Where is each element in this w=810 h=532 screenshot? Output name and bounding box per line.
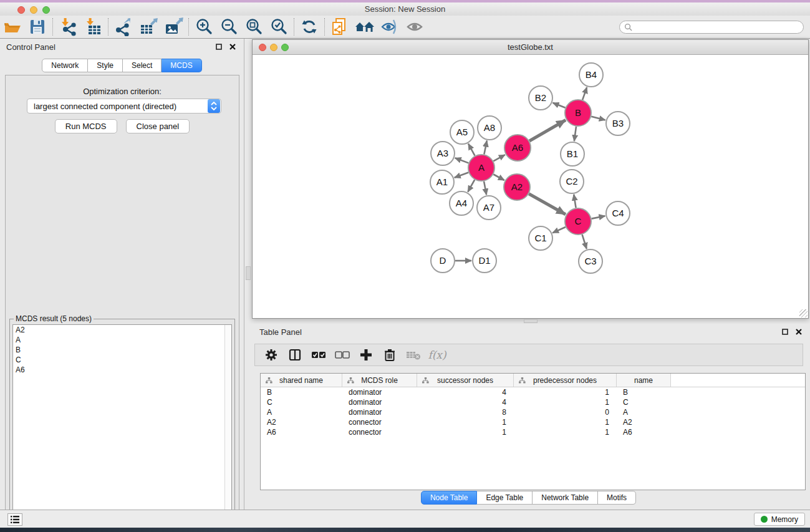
graph-node-A5[interactable]: A5 — [450, 120, 474, 144]
graph-node-A3[interactable]: A3 — [431, 142, 455, 165]
graph-node-A6[interactable]: A6 — [504, 135, 531, 161]
zoom-window-button[interactable] — [281, 44, 289, 51]
edge-B-B4[interactable] — [582, 87, 587, 100]
tab-edge-table[interactable]: Edge Table — [477, 491, 533, 505]
table-cell[interactable]: 0 — [514, 407, 617, 417]
column-header-predecessor-nodes[interactable]: predecessor nodes — [514, 374, 617, 387]
graph-node-B3[interactable]: B3 — [606, 112, 630, 135]
horizontal-splitter-handle[interactable] — [524, 319, 538, 323]
table-row[interactable]: Bdominator41B — [261, 387, 805, 397]
close-panel-button[interactable]: Close panel — [126, 119, 190, 133]
zoom-selected-button[interactable] — [266, 17, 291, 37]
graph-node-C[interactable]: C — [565, 208, 591, 235]
table-cell[interactable]: 4 — [417, 387, 514, 397]
edge-A2-C[interactable] — [529, 194, 566, 215]
select-all-button[interactable] — [309, 346, 329, 364]
table-cell[interactable]: A6 — [617, 427, 671, 437]
table-cell[interactable]: A2 — [617, 417, 671, 427]
graph-node-B1[interactable]: B1 — [561, 142, 584, 166]
table-cell[interactable]: 1 — [514, 397, 617, 407]
export-table-button[interactable] — [136, 17, 161, 37]
column-header-name[interactable]: name — [617, 374, 671, 387]
delete-column-button[interactable] — [380, 346, 400, 364]
memory-button[interactable]: Memory — [754, 513, 805, 526]
table-cell[interactable]: B — [617, 387, 671, 397]
table-cell[interactable]: dominator — [342, 407, 417, 417]
graph-node-D[interactable]: D — [431, 249, 455, 273]
table-cell[interactable] — [671, 427, 805, 437]
table-cell[interactable]: 4 — [417, 397, 514, 407]
edge-C-C3[interactable] — [582, 235, 587, 249]
new-network-from-selection-button[interactable] — [327, 17, 352, 37]
search-field[interactable] — [619, 21, 804, 34]
table-cell[interactable]: A — [617, 407, 671, 417]
mcds-result-item[interactable]: B — [13, 345, 231, 355]
hide-selected-button[interactable] — [377, 17, 402, 37]
table-cell[interactable]: 1 — [514, 387, 617, 397]
graph-node-B4[interactable]: B4 — [579, 63, 603, 87]
table-row[interactable]: Adominator80A — [261, 407, 805, 417]
mcds-result-list[interactable]: A2ABCA6 — [12, 324, 232, 528]
run-mcds-button[interactable]: Run MCDS — [55, 119, 117, 133]
minimize-window-button[interactable] — [270, 44, 277, 51]
network-window-titlebar[interactable]: testGlobe.txt — [253, 40, 808, 55]
tab-network-table[interactable]: Network Table — [533, 491, 598, 505]
edge-A-A5[interactable] — [468, 143, 475, 155]
edge-A-A1[interactable] — [455, 173, 469, 178]
edge-A-A2[interactable] — [493, 175, 504, 181]
table-cell[interactable]: connector — [342, 427, 417, 437]
import-table-button[interactable] — [80, 17, 105, 37]
graph-node-A2[interactable]: A2 — [504, 174, 530, 200]
graph-node-A[interactable]: A — [468, 155, 494, 181]
graph-node-C1[interactable]: C1 — [529, 226, 552, 250]
tab-select[interactable]: Select — [123, 59, 162, 72]
graph-node-C3[interactable]: C3 — [579, 249, 602, 273]
edge-B-B2[interactable] — [552, 103, 565, 108]
graph-node-C4[interactable]: C4 — [606, 201, 630, 225]
close-panel-icon[interactable] — [794, 327, 804, 337]
delete-table-button[interactable] — [403, 346, 423, 364]
table-cell[interactable]: 1 — [514, 427, 617, 437]
zoom-fit-button[interactable] — [241, 17, 266, 37]
tab-node-table[interactable]: Node Table — [421, 491, 478, 505]
graph-node-D1[interactable]: D1 — [473, 249, 496, 273]
table-cell[interactable] — [671, 397, 805, 407]
close-window-button[interactable] — [17, 6, 25, 14]
table-row[interactable]: Cdominator41C — [261, 397, 805, 407]
graph-node-B[interactable]: B — [565, 100, 591, 126]
table-cell[interactable] — [671, 417, 805, 427]
show-all-button[interactable] — [402, 17, 427, 37]
mcds-result-item[interactable]: C — [13, 355, 231, 365]
export-image-button[interactable] — [161, 17, 186, 37]
table-cell[interactable]: B — [261, 387, 342, 397]
zoom-out-button[interactable] — [216, 17, 241, 37]
table-cell[interactable]: dominator — [342, 397, 417, 407]
table-settings-button[interactable] — [261, 346, 281, 364]
graph-node-A1[interactable]: A1 — [430, 170, 454, 194]
show-hide-panels-button[interactable] — [352, 17, 377, 37]
window-resize-grip[interactable] — [799, 309, 808, 317]
tab-style[interactable]: Style — [88, 59, 123, 72]
edge-C-C1[interactable] — [552, 227, 566, 233]
deselect-all-button[interactable] — [332, 346, 352, 364]
table-cell[interactable]: dominator — [342, 387, 417, 397]
optimization-criterion-select[interactable]: largest connected component (directed) — [27, 99, 221, 114]
edge-A-A3[interactable] — [455, 158, 469, 163]
vertical-splitter-handle[interactable] — [246, 266, 251, 280]
open-session-button[interactable] — [0, 17, 25, 37]
graph-node-A4[interactable]: A4 — [450, 191, 473, 215]
edge-C-C4[interactable] — [592, 216, 605, 218]
close-window-button[interactable] — [259, 44, 266, 51]
edge-B-B1[interactable] — [574, 127, 576, 141]
table-cell[interactable]: connector — [342, 417, 417, 427]
table-cell[interactable] — [671, 387, 805, 397]
graph-node-A7[interactable]: A7 — [477, 196, 501, 220]
edge-A-A6[interactable] — [493, 155, 505, 161]
tab-mcds[interactable]: MCDS — [162, 59, 201, 72]
table-row[interactable]: A6connector11A6 — [261, 427, 805, 437]
float-panel-icon[interactable] — [780, 327, 790, 337]
table-cell[interactable]: 8 — [417, 407, 514, 417]
refresh-layout-button[interactable] — [297, 17, 322, 37]
edge-A6-B[interactable] — [529, 120, 566, 141]
table-cell[interactable]: A2 — [261, 417, 342, 427]
